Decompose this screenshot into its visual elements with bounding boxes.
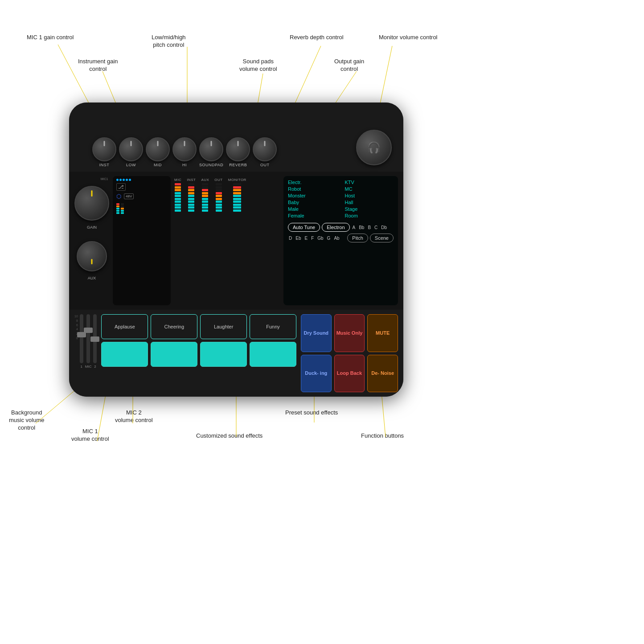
bg-music-vol-label: Background music volume control xyxy=(9,409,44,432)
pad-funny[interactable]: Funny xyxy=(250,314,296,339)
sound-pads-vol-label: Sound pads volume control xyxy=(239,58,277,73)
ducking-button[interactable]: Duck- ing xyxy=(301,355,332,393)
faders-area: 10 8 6 4 2 0 1 MIC xyxy=(74,314,97,392)
bottom-controls-row: Auto Tune Electron A Bb B C Db D Eb E F … xyxy=(288,221,394,244)
monitor-vu: MONITOR xyxy=(228,178,246,212)
effect-hall[interactable]: Hall xyxy=(345,200,394,205)
usb-icon: ⎇ xyxy=(116,183,126,191)
vu-meters: MIC INST xyxy=(174,176,280,305)
aux-label: AUX xyxy=(88,276,96,280)
effect-mc[interactable]: MC xyxy=(345,186,394,192)
out-knob[interactable] xyxy=(253,137,277,161)
pads-section: Applause Cheering Laughter Funny xyxy=(101,314,296,392)
soundpad-label: SOUNDPAD xyxy=(199,163,223,167)
effect-baby[interactable]: Baby xyxy=(288,200,337,205)
electron-button[interactable]: Electron xyxy=(322,223,349,232)
note-E[interactable]: E xyxy=(304,236,308,241)
out-knob-group: OUT xyxy=(253,137,277,167)
top-knobs-strip: INST LOW MID HI SOUNDPAD REVERB xyxy=(69,103,403,172)
mute-button[interactable]: MUTE xyxy=(367,314,398,352)
effect-robot[interactable]: Robot xyxy=(288,186,337,192)
hi-label: HI xyxy=(182,163,187,167)
fader-1-label: 1 xyxy=(81,365,82,369)
mic1-gain-label: MIC 1 gain control xyxy=(27,34,74,41)
inst-knob-group: INST xyxy=(92,137,116,167)
dry-sound-button[interactable]: Dry Sound xyxy=(301,314,332,352)
soundpad-knob[interactable] xyxy=(199,137,223,161)
mic-vu: MIC xyxy=(174,178,181,212)
fader-3-track[interactable] xyxy=(93,314,97,363)
preset-pads-row: Applause Cheering Laughter Funny xyxy=(101,314,296,339)
custom-pad-4[interactable] xyxy=(250,342,296,367)
note-Bb[interactable]: Bb xyxy=(358,225,365,230)
music-only-button[interactable]: Music Only xyxy=(334,314,365,352)
out-vu: OUT xyxy=(214,178,222,212)
custom-pad-2[interactable] xyxy=(151,342,197,367)
inst-label: INST xyxy=(99,163,110,167)
hi-knob[interactable] xyxy=(172,137,197,161)
pad-cheering[interactable]: Cheering xyxy=(151,314,197,339)
mid-label: MID xyxy=(154,163,162,167)
aux-knob[interactable] xyxy=(77,241,107,271)
aux-vu: AUX xyxy=(201,178,209,212)
fader-2-label: MIC xyxy=(85,365,92,369)
auto-tune-button[interactable]: Auto Tune xyxy=(288,223,320,232)
customized-fx-label: Customized sound effects xyxy=(196,432,263,440)
note-G[interactable]: G xyxy=(326,236,332,241)
low-knob[interactable] xyxy=(119,137,143,161)
de-noise-button[interactable]: De- Noise xyxy=(367,355,398,393)
sound-card-device: 7RYMS INST LOW MID HI SOUNDPAD xyxy=(69,103,403,397)
aux-vu-label: AUX xyxy=(201,178,209,182)
pitch-button[interactable]: Pitch xyxy=(347,234,368,242)
inst-knob[interactable] xyxy=(92,137,116,161)
effect-monster[interactable]: Monster xyxy=(288,193,337,198)
fader-3-thumb[interactable] xyxy=(90,336,99,342)
monitor-vu-label: MONITOR xyxy=(228,178,246,182)
effect-host[interactable]: Host xyxy=(345,193,394,198)
preset-fx-label: Preset sound effects xyxy=(285,409,338,417)
effect-room[interactable]: Room xyxy=(345,213,394,218)
effect-male[interactable]: Male xyxy=(288,206,337,212)
note-Ab[interactable]: Ab xyxy=(333,236,340,241)
scene-button[interactable]: Scene xyxy=(370,234,394,242)
fader-2-thumb[interactable] xyxy=(84,328,93,333)
effect-female[interactable]: Female xyxy=(288,213,337,218)
left-knobs: MIC1 GAIN AUX xyxy=(74,176,109,305)
out-label: OUT xyxy=(260,163,270,167)
note-A[interactable]: A xyxy=(352,225,357,230)
custom-pads-row xyxy=(101,342,296,367)
mic1-gain-knob[interactable] xyxy=(74,186,109,221)
fader-1-track[interactable] xyxy=(80,314,83,363)
pad-laughter-label: Laughter xyxy=(214,324,233,329)
effect-ktv[interactable]: KTV xyxy=(345,180,394,185)
inst-vu-label: INST xyxy=(187,178,196,182)
loop-back-button[interactable]: Loop Back xyxy=(334,355,365,393)
custom-pad-1[interactable] xyxy=(101,342,148,367)
fader-2-track[interactable] xyxy=(86,314,90,363)
monitor-vol-label: Monitor volume control xyxy=(379,34,438,41)
mid-knob[interactable] xyxy=(146,137,170,161)
note-Gb[interactable]: Gb xyxy=(316,236,324,241)
note-B[interactable]: B xyxy=(367,225,372,230)
led-panel: ⎇ ⬡ 48V xyxy=(113,176,171,305)
fader-3-label: 2 xyxy=(94,365,96,369)
pad-applause[interactable]: Applause xyxy=(101,314,148,339)
note-F[interactable]: F xyxy=(310,236,315,241)
effect-electr[interactable]: Electr. xyxy=(288,180,337,185)
note-C[interactable]: C xyxy=(373,225,378,230)
reverb-knob[interactable] xyxy=(226,137,250,161)
note-D[interactable]: D xyxy=(288,236,293,241)
effect-stage[interactable]: Stage xyxy=(345,206,394,212)
custom-pad-3[interactable] xyxy=(200,342,247,367)
pitch-control-label: Low/mid/high pitch control xyxy=(152,34,186,49)
monitor-knob[interactable]: 🎧 xyxy=(356,130,392,165)
note-Eb[interactable]: Eb xyxy=(295,236,302,241)
output-gain-label: Output gain control xyxy=(334,58,364,73)
instrument-gain-label: Instrument gain control xyxy=(78,58,118,73)
bluetooth-icon: ⬡ xyxy=(116,193,121,200)
pad-laughter[interactable]: Laughter xyxy=(200,314,247,339)
note-Db[interactable]: Db xyxy=(380,225,388,230)
low-knob-group: LOW xyxy=(119,137,143,167)
gain-label: GAIN xyxy=(87,225,97,230)
soundpad-knob-group: SOUNDPAD xyxy=(199,137,223,167)
